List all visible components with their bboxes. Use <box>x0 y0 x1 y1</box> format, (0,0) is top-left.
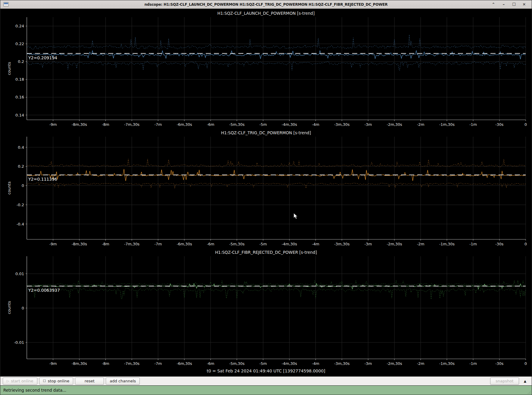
triangle-up-icon: ▲ <box>523 379 527 384</box>
svg-text:-7m,30s: -7m,30s <box>124 361 139 366</box>
snapshot-button[interactable]: snapshot <box>490 378 519 385</box>
chart-fibr-rejected-dc-power[interactable]: -9m-8m,30s-8m-7m,30s-7m-6m,30s-6m-5m,30s… <box>0 255 532 367</box>
svg-text:-8m: -8m <box>102 361 109 366</box>
trace-second-trend-max <box>27 280 526 285</box>
svg-text:0: 0 <box>524 242 527 246</box>
svg-text:-1m: -1m <box>469 361 477 366</box>
y-cursor-label: Y2=0.0063937 <box>28 288 60 293</box>
svg-text:-4m,30s: -4m,30s <box>282 122 297 127</box>
y-cursor-label: Y2=0.111396 <box>28 177 57 182</box>
svg-text:0.2: 0.2 <box>18 164 24 169</box>
svg-text:-3m: -3m <box>365 361 372 366</box>
svg-text:-4m: -4m <box>312 242 319 246</box>
traces <box>27 35 526 70</box>
svg-text:-30s: -30s <box>495 361 503 366</box>
svg-text:0: 0 <box>524 122 527 127</box>
svg-text:-0.01: -0.01 <box>14 340 24 345</box>
close-button[interactable]: ✕ <box>520 1 529 8</box>
reset-button[interactable]: reset <box>75 378 104 385</box>
svg-text:-2m,30s: -2m,30s <box>387 361 402 366</box>
add-channels-button[interactable]: add channels <box>106 378 140 385</box>
trace-second-trend-max <box>27 159 526 167</box>
svg-text:-2m,30s: -2m,30s <box>387 122 402 127</box>
expand-panel-button[interactable]: ▲ <box>521 378 529 385</box>
svg-text:-8m: -8m <box>102 242 109 246</box>
window-title: ndscope: H1:SQZ-CLF_LAUNCH_DC_POWERMON H… <box>0 2 532 7</box>
svg-text:0.24: 0.24 <box>15 24 24 28</box>
y-axis-label: counts <box>7 62 11 75</box>
svg-text:0.18: 0.18 <box>15 77 24 82</box>
play-icon: ▷ <box>7 379 9 383</box>
svg-text:0.14: 0.14 <box>15 113 24 117</box>
svg-text:-6m: -6m <box>207 361 214 366</box>
resize-grip-icon[interactable] <box>527 390 531 394</box>
svg-text:-4m: -4m <box>312 361 319 366</box>
svg-text:0.16: 0.16 <box>15 95 24 99</box>
svg-text:0.01: 0.01 <box>15 272 24 276</box>
plot-stack: H1:SQZ-CLF_LAUNCH_DC_POWERMON [s-trend] … <box>0 9 532 376</box>
statusbar: Retrieving second trend data... <box>0 385 532 395</box>
gridlines <box>27 256 526 359</box>
titlebar[interactable]: ndscope: H1:SQZ-CLF_LAUNCH_DC_POWERMON H… <box>0 0 532 9</box>
svg-text:0: 0 <box>22 183 24 188</box>
stop-online-button[interactable]: ☐ stop online <box>39 378 74 385</box>
y-axis-label: counts <box>7 301 11 314</box>
svg-text:-5m,30s: -5m,30s <box>229 122 245 127</box>
axes: -9m-8m,30s-8m-7m,30s-7m-6m,30s-6m-5m,30s… <box>7 256 527 366</box>
plot-launch-dc-powermon: H1:SQZ-CLF_LAUNCH_DC_POWERMON [s-trend] … <box>0 9 532 128</box>
svg-text:-5m,30s: -5m,30s <box>229 361 245 366</box>
toolbar: ▷ start online ☐ stop online reset add c… <box>0 376 532 385</box>
svg-text:-5m,30s: -5m,30s <box>229 242 245 246</box>
svg-text:-4m: -4m <box>312 122 319 127</box>
svg-text:0.4: 0.4 <box>18 145 24 150</box>
plot-trig-dc-powermon: H1:SQZ-CLF_TRIG_DC_POWERMON [s-trend] -9… <box>0 128 532 248</box>
svg-text:-6m,30s: -6m,30s <box>177 122 192 127</box>
svg-text:-7m,30s: -7m,30s <box>124 242 139 246</box>
svg-text:-2m: -2m <box>417 361 424 366</box>
minimize-button[interactable]: – <box>499 1 508 8</box>
axes: -9m-8m,30s-8m-7m,30s-7m-6m,30s-6m-5m,30s… <box>7 137 527 246</box>
svg-text:-2m: -2m <box>417 242 424 246</box>
chart-launch-dc-powermon[interactable]: -9m-8m,30s-8m-7m,30s-7m-6m,30s-6m-5m,30s… <box>0 16 532 128</box>
svg-text:-5m: -5m <box>259 242 267 246</box>
svg-text:0.2: 0.2 <box>18 59 24 64</box>
y-cursor-label: Y2=0.209194 <box>28 55 57 60</box>
gridlines <box>27 137 526 239</box>
traces <box>27 280 526 299</box>
svg-text:-5m: -5m <box>259 122 267 127</box>
svg-text:-3m,30s: -3m,30s <box>334 361 349 366</box>
ndscope-window: ndscope: H1:SQZ-CLF_LAUNCH_DC_POWERMON H… <box>0 0 532 395</box>
svg-text:-0.2: -0.2 <box>17 203 24 207</box>
plot-fibr-rejected-dc-power: H1:SQZ-CLF_FIBR_REJECTED_DC_POWER [s-tre… <box>0 248 532 367</box>
svg-text:-7m: -7m <box>154 122 162 127</box>
plot-title: H1:SQZ-CLF_TRIG_DC_POWERMON [s-trend] <box>0 128 532 135</box>
svg-text:-30s: -30s <box>495 242 503 246</box>
svg-text:0.22: 0.22 <box>15 42 24 46</box>
svg-text:-7m: -7m <box>154 242 162 246</box>
svg-text:-3m,30s: -3m,30s <box>334 242 349 246</box>
plot-title: H1:SQZ-CLF_FIBR_REJECTED_DC_POWER [s-tre… <box>0 248 532 255</box>
svg-text:-7m,30s: -7m,30s <box>124 122 139 127</box>
svg-text:-1m: -1m <box>469 242 477 246</box>
svg-text:-8m,30s: -8m,30s <box>72 122 87 127</box>
svg-text:-9m: -9m <box>49 242 57 246</box>
svg-text:-30s: -30s <box>495 122 503 127</box>
svg-text:-9m: -9m <box>49 122 57 127</box>
svg-text:0: 0 <box>524 361 527 366</box>
svg-text:-6m: -6m <box>207 122 214 127</box>
trace-second-trend-min <box>27 61 526 70</box>
trace-second-trend-max <box>27 35 526 49</box>
svg-text:-8m,30s: -8m,30s <box>72 242 87 246</box>
svg-text:-1m,30s: -1m,30s <box>439 242 455 246</box>
axes: -9m-8m,30s-8m-7m,30s-7m-6m,30s-6m-5m,30s… <box>7 17 527 127</box>
svg-text:-4m,30s: -4m,30s <box>282 242 297 246</box>
svg-text:-7m: -7m <box>154 361 162 366</box>
chart-trig-dc-powermon[interactable]: -9m-8m,30s-8m-7m,30s-7m-6m,30s-6m-5m,30s… <box>0 135 532 248</box>
start-online-button[interactable]: ▷ start online <box>3 378 37 385</box>
svg-text:-5m: -5m <box>259 361 267 366</box>
maximize-button[interactable]: ☐ <box>509 1 518 8</box>
svg-text:-8m,30s: -8m,30s <box>72 361 87 366</box>
shade-window-button[interactable]: ⌃ <box>489 1 498 8</box>
svg-text:-3m,30s: -3m,30s <box>334 122 349 127</box>
trace-second-trend-mean <box>27 50 526 59</box>
